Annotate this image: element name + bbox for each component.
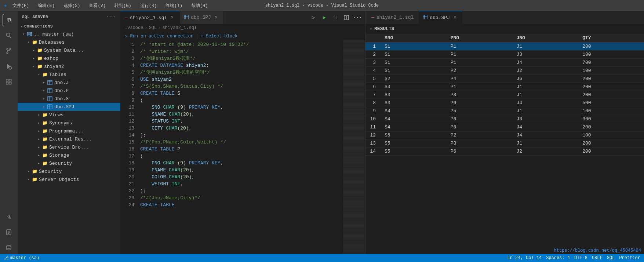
tree-item-master[interactable]: .. master (sa) — [18, 30, 120, 38]
menu-select[interactable]: 选择(S) — [62, 2, 82, 10]
results-col-jno[interactable]: JNO — [512, 34, 578, 43]
table-row[interactable]: 14 S5 P6 J2 200 — [365, 148, 644, 156]
menu-file[interactable]: 文件(F) — [11, 2, 31, 10]
tree-item-externalres[interactable]: 📁 External Res... — [18, 135, 120, 143]
explorer-activity-icon[interactable]: ⧉ — [3, 14, 15, 26]
tree-item-tables[interactable]: 📁 Tables — [18, 70, 120, 79]
status-encoding[interactable]: UTF-8 — [574, 255, 587, 261]
run-active-button[interactable]: ▶ — [320, 13, 329, 22]
tree-item-dbop[interactable]: dbo.P — [18, 87, 120, 95]
results-col-sno[interactable]: SNO — [380, 34, 446, 43]
table-row[interactable]: 13 S5 P3 J1 200 — [365, 139, 644, 148]
run-connection-button[interactable]: ▷ Run on active connection — [125, 33, 193, 39]
tree-item-databases[interactable]: 📁 Databases — [18, 38, 120, 46]
tree-item-views[interactable]: 📁 Views — [18, 111, 120, 119]
tree-item-dbos[interactable]: dbo.S — [18, 95, 120, 103]
tree-item-serverobj[interactable]: 📁 Server Objects — [18, 175, 120, 183]
sidebar-more-button[interactable]: ··· — [106, 14, 116, 20]
run-debug-activity-icon[interactable] — [3, 60, 15, 73]
table-row[interactable]: 1 S1 P1 J1 200 — [365, 43, 644, 51]
table-tab-close-button[interactable]: × — [213, 15, 219, 21]
table-row[interactable]: 2 S1 P1 J3 100 — [365, 51, 644, 59]
menu-run[interactable]: 运行(R) — [139, 2, 159, 10]
status-position[interactable]: Ln 24, Col 14 — [507, 255, 542, 261]
row-num-cell: 2 — [365, 51, 380, 59]
row-num-cell: 5 — [365, 75, 380, 83]
tree-item-storage[interactable]: 📁 Storage — [18, 151, 120, 159]
results-table-tab-label: dbo.SPJ — [430, 15, 450, 21]
table-row[interactable]: 7 S3 P3 J1 200 — [365, 91, 644, 99]
status-eol[interactable]: CRLF — [592, 255, 603, 261]
table-row[interactable]: 9 S4 P5 J1 100 — [365, 107, 644, 115]
tree-item-security-db[interactable]: 📁 Security — [18, 159, 120, 167]
code-editor[interactable]: 12345 678910 1112131415 1617181920 21222… — [120, 40, 365, 254]
programma-folder-icon: 📁 — [42, 128, 48, 134]
storage-folder-icon: 📁 — [42, 152, 48, 158]
table-row[interactable]: 6 S3 P1 J1 200 — [365, 83, 644, 91]
tree-item-sysdata[interactable]: 📁 System Data... — [18, 46, 120, 54]
results-col-qty[interactable]: QTY — [578, 34, 644, 43]
split-editor-button[interactable] — [342, 13, 351, 22]
branch-icon: ⎇ — [4, 255, 9, 261]
editor-tab-bar: — shiyan2_1.sql × dbo.SPJ × ▷ ▶ — [120, 11, 365, 24]
status-language[interactable]: SQL — [607, 255, 615, 261]
synonyms-folder-icon: 📁 — [42, 120, 48, 126]
tree-item-dboj[interactable]: dbo.J — [18, 79, 120, 87]
menu-help[interactable]: 帮助(H) — [190, 2, 210, 10]
document-activity-icon[interactable] — [3, 226, 15, 239]
table-row[interactable]: 5 S2 P4 J6 200 — [365, 75, 644, 83]
search-activity-icon[interactable] — [3, 29, 15, 42]
sysdata-folder-icon: 📁 — [37, 47, 43, 53]
tree-item-shiyan2[interactable]: 📁 shiyan2 — [18, 62, 120, 70]
menu-goto[interactable]: 转到(G) — [113, 2, 133, 10]
menu-edit[interactable]: 编辑(E) — [36, 2, 56, 10]
select-block-button[interactable]: ≡ Select block — [200, 34, 237, 39]
table-row[interactable]: 10 S4 P6 J3 300 — [365, 115, 644, 123]
row-jno-cell: J6 — [512, 75, 578, 83]
tree-item-security-top[interactable]: 📁 Security — [18, 167, 120, 175]
table-row[interactable]: 3 S1 P1 J4 700 — [365, 59, 644, 67]
connections-section[interactable]: ▾ CONNECTIONS — [18, 23, 120, 30]
database-activity-icon[interactable] — [3, 241, 15, 254]
breadcrumb-part-file[interactable]: shiyan2_1.sql — [162, 25, 197, 30]
sql-file-tab-close-button[interactable]: × — [169, 15, 175, 21]
more-actions-button[interactable]: ··· — [353, 13, 362, 22]
flask-activity-icon[interactable]: ⚗ — [3, 211, 15, 223]
menu-view[interactable]: 查看(V) — [87, 2, 107, 10]
table-tab[interactable]: dbo.SPJ × — [180, 11, 224, 24]
status-prettier[interactable]: Prettier — [619, 255, 640, 261]
extensions-activity-icon[interactable] — [3, 76, 15, 88]
table-row[interactable]: 4 S1 P2 J2 100 — [365, 67, 644, 75]
tree-item-programma[interactable]: 📁 Programma... — [18, 127, 120, 135]
breadcrumb-part-vscode[interactable]: .vscode — [125, 25, 143, 30]
tree-item-servicebro[interactable]: 📁 Service Bro... — [18, 143, 120, 151]
tree-item-synonyms[interactable]: 📁 Synonyms — [18, 119, 120, 127]
table-row[interactable]: 11 S4 P6 J4 200 — [365, 123, 644, 131]
tree-item-eshop[interactable]: 📁 eshop — [18, 54, 120, 62]
run-button[interactable]: ▷ — [309, 13, 318, 22]
shiyan2-chevron-icon — [31, 63, 37, 69]
svg-rect-38 — [423, 15, 427, 19]
status-spaces[interactable]: Spaces: 4 — [546, 255, 570, 261]
row-pno-cell: P1 — [446, 51, 512, 59]
tree-item-dbospj[interactable]: dbo.SPJ — [18, 103, 120, 111]
sql-file-tab[interactable]: — shiyan2_1.sql × — [120, 11, 180, 24]
results-tab-bar: — shiyan2_1.sql dbo.SPJ × — [365, 11, 644, 24]
results-table-tab-close-button[interactable]: × — [452, 15, 458, 21]
menu-terminal[interactable]: 终端(T) — [164, 2, 184, 10]
results-sql-tab[interactable]: — shiyan2_1.sql — [367, 11, 418, 24]
row-qty-cell: 200 — [578, 148, 644, 156]
results-col-pno[interactable]: PNO — [446, 34, 512, 43]
source-control-activity-icon[interactable] — [3, 45, 15, 57]
stop-button[interactable]: □ — [331, 13, 340, 22]
results-table-container[interactable]: SNO PNO JNO QTY 1 S1 P1 J1 200 2 S1 P1 J… — [365, 34, 644, 247]
results-table-tab[interactable]: dbo.SPJ × — [419, 11, 462, 24]
svg-point-0 — [6, 33, 10, 37]
status-branch[interactable]: ⎇ master (sa) — [4, 255, 39, 261]
row-qty-cell: 100 — [578, 131, 644, 139]
breadcrumb-part-sql[interactable]: SQL — [149, 25, 157, 30]
code-content[interactable]: /* *start on @date: 2020-10-10 19:32*//*… — [139, 40, 343, 254]
databases-folder-icon: 📁 — [32, 39, 37, 45]
table-row[interactable]: 12 S5 P2 J4 100 — [365, 131, 644, 139]
table-row[interactable]: 8 S3 P6 J4 500 — [365, 99, 644, 107]
